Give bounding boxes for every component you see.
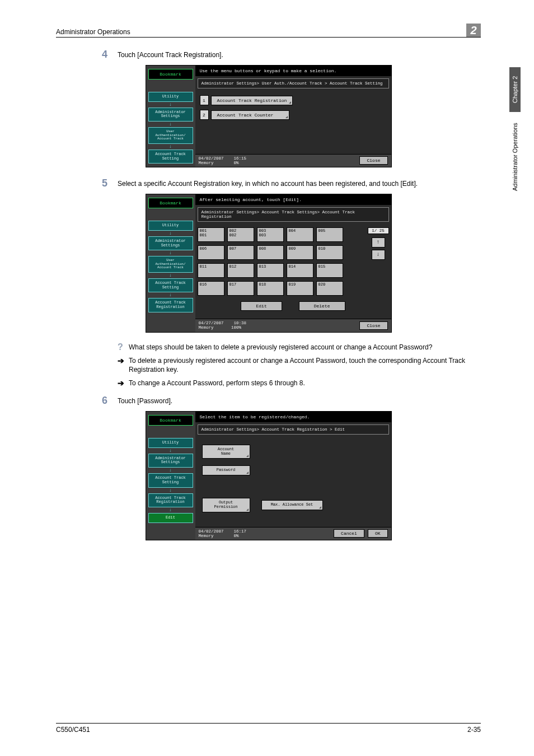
nav-account-track-registration[interactable]: Account Track Registration bbox=[148, 298, 193, 312]
menu-number: 1 bbox=[200, 95, 209, 105]
nav-account-track-setting[interactable]: Account Track Setting bbox=[148, 473, 193, 487]
account-cell[interactable]: 007 bbox=[227, 245, 254, 260]
screenshot-edit: Bookmark Utility ↓ Administrator Setting… bbox=[146, 411, 392, 540]
nav-user-auth[interactable]: User Authentication/ Account Track bbox=[148, 127, 193, 144]
page-indicator: 1/ 25 bbox=[368, 227, 389, 234]
status-bar: 04/27/2007 10:38 Memory 100% bbox=[199, 321, 247, 330]
account-track-counter-button[interactable]: Account Track Counter bbox=[211, 110, 289, 120]
account-cell[interactable]: 012 bbox=[227, 263, 254, 278]
nav-account-track-registration[interactable]: Account Track Registration bbox=[148, 493, 193, 507]
status-time: 16:17 bbox=[234, 529, 247, 534]
account-cell[interactable]: 004 bbox=[287, 227, 313, 242]
screenshot-account-track-registration: Bookmark Utility ↓ Administrator Setting… bbox=[146, 194, 392, 333]
account-cell[interactable]: 011 bbox=[198, 263, 224, 278]
status-memory-label: Memory bbox=[199, 534, 214, 538]
step-6: 6 Touch [Password]. bbox=[56, 395, 481, 407]
status-memory-label: Memory bbox=[199, 325, 214, 330]
account-cell[interactable]: 019 bbox=[287, 281, 313, 296]
status-bar: 04/02/2007 16:17 Memory 0% bbox=[199, 529, 247, 539]
account-cell[interactable]: 020 bbox=[316, 281, 343, 296]
page-header: Administrator Operations 2 bbox=[56, 22, 481, 38]
arrow-down-icon: ↓ bbox=[148, 144, 193, 149]
step-number: 4 bbox=[56, 49, 118, 60]
nav-account-track-setting[interactable]: Account Track Setting bbox=[148, 150, 193, 164]
account-cell[interactable]: 013 bbox=[257, 263, 284, 278]
nav-edit[interactable]: Edit bbox=[148, 513, 193, 523]
question-icon: ? bbox=[118, 343, 129, 352]
account-grid: 001 001002 002003 0030040050060070080090… bbox=[198, 227, 343, 299]
account-cell[interactable]: 015 bbox=[316, 263, 343, 278]
bookmark-button[interactable]: Bookmark bbox=[148, 69, 193, 80]
cancel-button[interactable]: Cancel bbox=[334, 529, 364, 538]
shot-instruction: Use the menu buttons or keypad to make a… bbox=[195, 66, 391, 76]
output-permission-button[interactable]: Output Permission bbox=[202, 498, 250, 512]
account-cell[interactable]: 017 bbox=[227, 281, 254, 296]
step-5: 5 Select a specific Account Registration… bbox=[56, 178, 481, 189]
status-date: 04/02/2007 bbox=[199, 529, 224, 534]
arrow-down-icon: ↓ bbox=[148, 102, 193, 107]
status-date: 04/27/2007 bbox=[199, 321, 224, 325]
nav-account-track-setting[interactable]: Account Track Setting bbox=[148, 278, 193, 292]
close-button[interactable]: Close bbox=[359, 156, 387, 165]
nav-admin-settings[interactable]: Administrator Settings bbox=[148, 108, 193, 122]
arrow-right-icon: ➔ bbox=[118, 379, 129, 388]
bookmark-button[interactable]: Bookmark bbox=[148, 415, 193, 426]
shot-instruction: Select the item to be registered/changed… bbox=[195, 412, 391, 422]
menu-number: 2 bbox=[200, 110, 209, 120]
arrow-down-icon: ↓ bbox=[148, 468, 193, 473]
account-name-button[interactable]: Account Name bbox=[202, 445, 250, 459]
account-cell[interactable]: 018 bbox=[257, 281, 284, 296]
page-footer: C550/C451 2-35 bbox=[56, 723, 481, 734]
password-button[interactable]: Password bbox=[202, 465, 250, 475]
arrow-down-icon: ↓ bbox=[148, 273, 193, 278]
account-cell[interactable]: 010 bbox=[316, 245, 343, 260]
header-title: Administrator Operations bbox=[56, 28, 130, 36]
question-text: What steps should be taken to delete a p… bbox=[129, 343, 432, 352]
arrow-down-icon: ↓ bbox=[148, 508, 193, 512]
nav-admin-settings[interactable]: Administrator Settings bbox=[148, 236, 193, 250]
breadcrumb: Administrator Settings> Account Track Re… bbox=[198, 424, 389, 435]
shot-sidebar: Bookmark Utility ↓ Administrator Setting… bbox=[146, 194, 195, 332]
shot-instruction: After selecting account, touch [Edit]. bbox=[195, 194, 391, 205]
side-tab: Chapter 2 Administrator Operations bbox=[509, 67, 524, 213]
account-cell[interactable]: 001 001 bbox=[198, 227, 224, 242]
max-allowance-set-button[interactable]: Max. Allowance Set bbox=[261, 500, 323, 510]
ok-button[interactable]: OK bbox=[368, 529, 388, 538]
arrow-down-icon: ↓ bbox=[148, 251, 193, 255]
nav-utility[interactable]: Utility bbox=[148, 438, 193, 448]
account-track-registration-button[interactable]: Account Track Registration bbox=[211, 96, 293, 105]
bookmark-button[interactable]: Bookmark bbox=[148, 198, 193, 208]
nav-utility[interactable]: Utility bbox=[148, 221, 193, 231]
shot-sidebar: Bookmark Utility ↓ Administrator Setting… bbox=[146, 66, 195, 167]
delete-button[interactable]: Delete bbox=[299, 301, 345, 311]
status-time: 16:15 bbox=[234, 156, 247, 161]
account-cell[interactable]: 009 bbox=[287, 245, 313, 260]
status-memory-label: Memory bbox=[199, 161, 214, 165]
close-button[interactable]: Close bbox=[359, 321, 387, 330]
account-cell[interactable]: 002 002 bbox=[227, 227, 254, 242]
nav-utility[interactable]: Utility bbox=[148, 92, 193, 102]
status-time: 10:38 bbox=[234, 321, 247, 325]
breadcrumb: Administrator Settings> Account Track Se… bbox=[198, 207, 389, 222]
account-cell[interactable]: 006 bbox=[198, 245, 224, 260]
edit-button[interactable]: Edit bbox=[241, 301, 282, 311]
screenshot-account-track-setting: Bookmark Utility ↓ Administrator Setting… bbox=[146, 65, 392, 167]
arrow-right-icon: ➔ bbox=[118, 356, 129, 366]
nav-user-auth[interactable]: User Authentication/ Account Track bbox=[148, 256, 193, 273]
breadcrumb: Administrator Settings> User Auth./Accou… bbox=[198, 78, 389, 88]
chapter-badge: 2 bbox=[466, 24, 481, 37]
account-cell[interactable]: 016 bbox=[198, 281, 224, 296]
shot-sidebar: Bookmark Utility ↓ Administrator Setting… bbox=[146, 412, 195, 540]
footer-model: C550/C451 bbox=[56, 726, 90, 734]
step-text: Select a specific Account Registration k… bbox=[118, 178, 481, 188]
scroll-down-button[interactable]: ↓ bbox=[372, 250, 385, 260]
step-text: Touch [Password]. bbox=[118, 395, 481, 405]
nav-admin-settings[interactable]: Administrator Settings bbox=[148, 454, 193, 468]
status-bar: 04/02/2007 16:15 Memory 0% bbox=[199, 156, 247, 166]
arrow-down-icon: ↓ bbox=[148, 122, 193, 127]
scroll-up-button[interactable]: ↑ bbox=[372, 237, 385, 248]
account-cell[interactable]: 005 bbox=[316, 227, 343, 242]
account-cell[interactable]: 008 bbox=[257, 245, 284, 260]
account-cell[interactable]: 014 bbox=[287, 263, 313, 278]
account-cell[interactable]: 003 003 bbox=[257, 227, 284, 242]
